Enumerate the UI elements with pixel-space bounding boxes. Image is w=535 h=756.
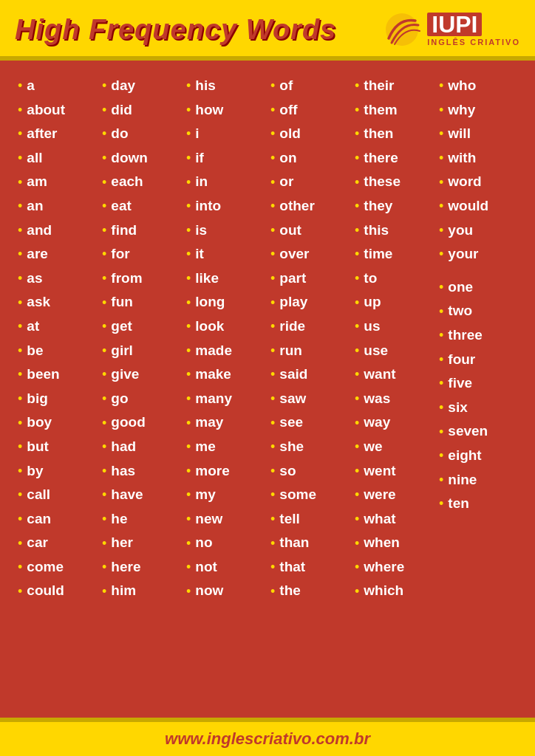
word-label: other bbox=[279, 196, 315, 216]
list-item: •five bbox=[436, 371, 520, 396]
list-item: •time bbox=[352, 242, 436, 267]
word-label: each bbox=[111, 172, 143, 192]
word-label: time bbox=[364, 244, 392, 264]
word-label: the bbox=[279, 581, 301, 601]
word-label: him bbox=[111, 581, 136, 601]
bullet-icon: • bbox=[270, 272, 275, 285]
list-item: •with bbox=[436, 146, 520, 171]
bullet-icon: • bbox=[18, 272, 22, 285]
bullet-icon: • bbox=[355, 127, 359, 140]
list-item: •no bbox=[183, 531, 268, 555]
bullet-icon: • bbox=[18, 560, 22, 574]
list-item: •seven bbox=[436, 419, 520, 444]
word-label: want bbox=[364, 365, 395, 385]
word-label: ask bbox=[27, 292, 50, 312]
list-item: •get bbox=[99, 315, 183, 339]
bullet-icon: • bbox=[186, 488, 191, 501]
word-column-5: •their•them•then•there•these•they•this•t… bbox=[352, 74, 436, 707]
word-label: than bbox=[279, 533, 309, 553]
word-label: me bbox=[195, 437, 215, 457]
list-item: •all bbox=[15, 146, 99, 171]
bullet-icon: • bbox=[270, 176, 275, 189]
bullet-icon: • bbox=[439, 151, 443, 165]
word-column-4: •of•off•old•on•or•other•out•over•part•pl… bbox=[268, 74, 352, 707]
list-item: •your bbox=[436, 242, 520, 267]
word-label: am bbox=[27, 172, 47, 192]
word-label: with bbox=[448, 148, 476, 168]
bullet-icon: • bbox=[355, 464, 359, 478]
bullet-icon: • bbox=[186, 176, 191, 189]
bullet-icon: • bbox=[355, 368, 359, 381]
list-item: •how bbox=[183, 98, 268, 123]
list-item: •now bbox=[183, 579, 268, 603]
word-label: that bbox=[279, 557, 305, 577]
word-label: to bbox=[364, 269, 377, 289]
bullet-icon: • bbox=[355, 247, 359, 261]
list-item: •her bbox=[99, 531, 183, 555]
word-label: all bbox=[27, 148, 42, 168]
list-item: •is bbox=[183, 219, 268, 243]
bullet-icon: • bbox=[439, 425, 443, 439]
list-item: •i bbox=[183, 122, 268, 146]
bullet-icon: • bbox=[18, 199, 22, 213]
bullet-icon: • bbox=[439, 176, 443, 189]
word-label: by bbox=[27, 461, 43, 481]
word-label: can bbox=[27, 509, 51, 529]
list-item: •ride bbox=[268, 315, 352, 339]
bullet-icon: • bbox=[270, 512, 275, 526]
word-label: why bbox=[448, 100, 475, 120]
word-label: in bbox=[195, 172, 208, 192]
list-item: •up bbox=[352, 290, 436, 315]
bullet-icon: • bbox=[270, 247, 275, 261]
list-item: •as bbox=[15, 267, 99, 291]
list-item: •other bbox=[268, 194, 352, 219]
list-item: •ask bbox=[15, 290, 99, 315]
word-label: as bbox=[27, 269, 42, 289]
word-label: and bbox=[27, 221, 52, 241]
bullet-icon: • bbox=[18, 416, 22, 430]
bullet-icon: • bbox=[18, 464, 22, 478]
word-label: been bbox=[27, 365, 59, 385]
word-label: go bbox=[111, 389, 128, 409]
bullet-icon: • bbox=[18, 151, 22, 165]
list-item: •why bbox=[436, 98, 520, 123]
list-item: •us bbox=[352, 315, 436, 339]
bullet-icon: • bbox=[102, 392, 106, 405]
word-column-2: •day•did•do•down•each•eat•find•for•from•… bbox=[99, 74, 183, 707]
logo-brand: IUPI bbox=[427, 13, 482, 36]
words-grid: •a•about•after•all•am•an•and•are•as•ask•… bbox=[15, 74, 520, 707]
bullet-icon: • bbox=[102, 151, 106, 165]
bullet-icon: • bbox=[186, 368, 191, 381]
list-item: •of bbox=[268, 74, 352, 98]
list-item: •then bbox=[352, 122, 436, 146]
word-label: two bbox=[448, 301, 472, 321]
word-label: be bbox=[27, 341, 43, 361]
word-label: did bbox=[111, 100, 132, 120]
list-item: •to bbox=[352, 267, 436, 291]
bullet-icon: • bbox=[270, 368, 275, 381]
word-label: who bbox=[448, 76, 476, 96]
list-item: •on bbox=[268, 146, 352, 171]
bullet-icon: • bbox=[355, 416, 359, 430]
bullet-icon: • bbox=[102, 224, 106, 237]
word-label: run bbox=[279, 341, 302, 361]
word-label: at bbox=[27, 317, 39, 337]
word-label: said bbox=[279, 365, 307, 385]
bullet-icon: • bbox=[439, 79, 443, 92]
bullet-icon: • bbox=[18, 79, 22, 92]
word-label: on bbox=[279, 148, 296, 168]
bullet-icon: • bbox=[18, 440, 22, 453]
bullet-icon: • bbox=[270, 560, 275, 574]
list-item: •six bbox=[436, 396, 520, 420]
list-item: •use bbox=[352, 339, 436, 363]
bullet-icon: • bbox=[439, 103, 443, 117]
list-item: •some bbox=[268, 483, 352, 507]
bullet-icon: • bbox=[270, 79, 275, 92]
list-item: •good bbox=[99, 410, 183, 435]
bullet-icon: • bbox=[439, 497, 443, 510]
list-item: •eight bbox=[436, 444, 520, 468]
bullet-icon: • bbox=[186, 344, 191, 357]
list-item: •did bbox=[99, 98, 183, 123]
bullet-icon: • bbox=[102, 368, 106, 381]
list-item: •each bbox=[99, 170, 183, 194]
